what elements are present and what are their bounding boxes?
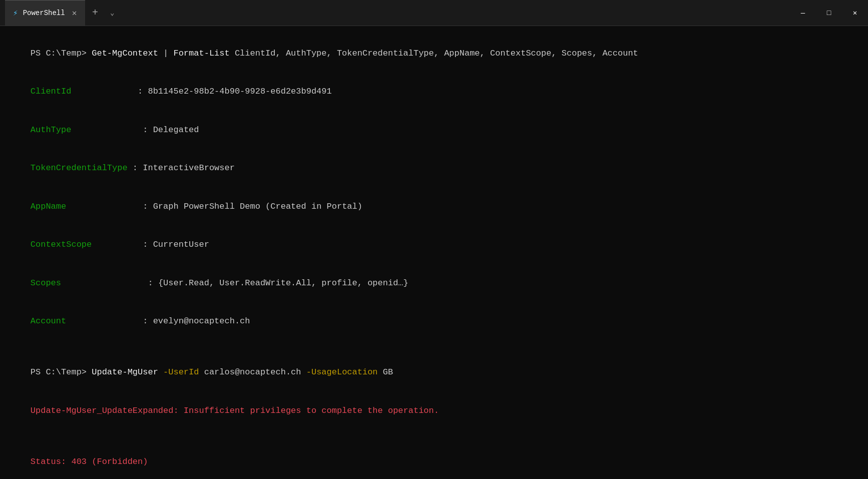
val-authtype: Delegated: [153, 125, 199, 135]
error-main-line: Update-MgUser_UpdateExpanded: Insufficie…: [10, 391, 858, 430]
val-contextscope: CurrentUser: [153, 240, 209, 249]
authtype-line: AuthType : Delegated: [10, 111, 858, 149]
title-bar: ⚡ PowerShell ✕ + ⌄ — □ ✕: [0, 0, 868, 26]
appname-sep: :: [66, 202, 153, 211]
tab-dropdown-button[interactable]: ⌄: [105, 9, 119, 17]
prompt1: PS C:\Temp>: [31, 49, 92, 58]
cmd1-params: ClientId, AuthType, TokenCredentialType,…: [230, 49, 638, 58]
cmd2-line: PS C:\Temp> Update-MgUser -UserId carlos…: [10, 353, 858, 392]
field-contextscope: ContextScope: [31, 240, 92, 249]
appname-line: AppName : Graph PowerShell Demo (Created…: [10, 187, 858, 226]
clientid-sep: :: [71, 87, 148, 96]
contextscope-sep: :: [92, 240, 153, 249]
field-account: Account: [31, 316, 66, 326]
window-controls: — □ ✕: [790, 0, 868, 26]
val-appname: Graph PowerShell Demo (Created in Portal…: [153, 202, 362, 211]
tokencred-sep: :: [128, 163, 143, 173]
val-userid: carlos@nocaptech.ch: [199, 367, 301, 377]
cmd1-line: PS C:\Temp> Get-MgContext | Format-List …: [10, 34, 858, 73]
status-line: Status: 403 (Forbidden): [10, 442, 858, 479]
param-userid: -UserId: [158, 367, 199, 377]
cmd2-name: Update-MgUser: [92, 367, 158, 377]
tab-title: PowerShell: [23, 9, 65, 17]
close-tab-button[interactable]: ✕: [72, 8, 77, 18]
field-authtype: AuthType: [31, 125, 72, 135]
clientid-line: ClientId : 8b1145e2-98b2-4b90-9928-e6d2e…: [10, 73, 858, 111]
cmd1-name: Get-MgContext: [92, 49, 158, 58]
authtype-sep: :: [71, 125, 153, 135]
scopes-line: Scopes : {User.Read, User.ReadWrite.All,…: [10, 264, 858, 302]
param-usage: -UsageLocation: [301, 367, 378, 377]
contextscope-line: ContextScope : CurrentUser: [10, 226, 858, 264]
powershell-tab[interactable]: ⚡ PowerShell ✕: [5, 0, 85, 26]
status-text: Status: 403 (Forbidden): [31, 457, 148, 466]
field-scopes: Scopes: [31, 278, 61, 288]
val-scopes: {User.Read, User.ReadWrite.All, profile,…: [158, 278, 408, 288]
cmd1b: Format-List: [173, 49, 229, 58]
val-usage: GB: [378, 367, 393, 377]
field-appname: AppName: [31, 202, 66, 211]
new-tab-button[interactable]: +: [85, 7, 105, 19]
terminal-content: PS C:\Temp> Get-MgContext | Format-List …: [0, 26, 868, 479]
error-text: Update-MgUser_UpdateExpanded: Insufficie…: [31, 406, 439, 415]
close-window-button[interactable]: ✕: [842, 0, 868, 26]
minimize-button[interactable]: —: [790, 0, 816, 26]
val-tokencred: InteractiveBrowser: [143, 163, 235, 173]
account-sep: :: [66, 316, 153, 326]
account-line: Account : evelyn@nocaptech.ch: [10, 302, 858, 341]
prompt2: PS C:\Temp>: [31, 367, 92, 377]
maximize-button[interactable]: □: [816, 0, 842, 26]
val-clientid: 8b1145e2-98b2-4b90-9928-e6d2e3b9d491: [148, 87, 331, 96]
blank1: [10, 340, 858, 353]
field-tokencred: TokenCredentialType: [31, 163, 128, 173]
scopes-sep: :: [61, 278, 158, 288]
val-account: evelyn@nocaptech.ch: [153, 316, 250, 326]
tokencred-line: TokenCredentialType : InteractiveBrowser: [10, 149, 858, 188]
blank2: [10, 430, 858, 443]
pipe1: |: [158, 49, 174, 58]
field-clientid: ClientId: [31, 87, 72, 96]
powershell-icon: ⚡: [13, 8, 18, 18]
